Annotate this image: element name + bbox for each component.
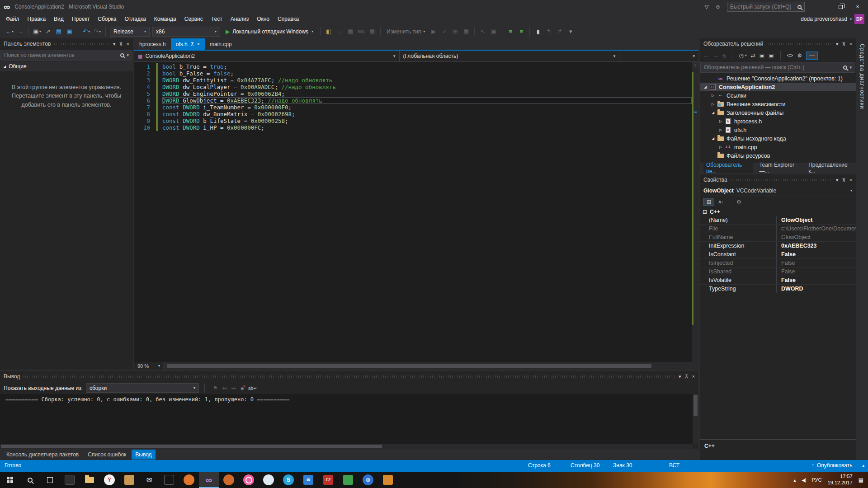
hidden-icons-button[interactable]: ▴ (794, 478, 796, 483)
tool-tab-Вывод[interactable]: Вывод (132, 450, 155, 460)
tool-tab-Список ошибок[interactable]: Список ошибок (84, 450, 130, 460)
menu-item[interactable]: Файл (2, 14, 24, 23)
property-value[interactable]: c:\Users\FlotherOne\Document (777, 225, 856, 233)
code-line-3[interactable]: 3DWORD dw_EntityList = 0x04A77AFC; //над… (134, 77, 692, 84)
redo-icon[interactable]: ↷▾ (92, 26, 102, 37)
window-position-icon[interactable]: ▾ (836, 177, 839, 183)
add-item-icon[interactable]: ↗ (43, 26, 53, 37)
filezilla-icon[interactable]: FZ (318, 472, 338, 488)
close-icon[interactable]: × (849, 177, 852, 183)
menu-item[interactable]: Тест (207, 14, 226, 23)
project-dropdown[interactable]: ▦ConsoleApplication2 ▾ (134, 51, 400, 61)
start-debugging-button[interactable]: ▶Локальный отладчик Windows▾ (222, 26, 317, 37)
expander-icon[interactable]: ▷ (717, 119, 724, 123)
globe-app-icon[interactable]: ⊕ (358, 472, 378, 488)
property-value[interactable]: False (777, 259, 856, 267)
messenger-app-icon[interactable] (259, 472, 278, 488)
window-position-icon[interactable]: ▾ (679, 374, 681, 380)
scrollbar-thumb[interactable] (167, 364, 651, 368)
tree-item[interactable]: ▷++main.cpp (700, 143, 856, 151)
close-icon[interactable]: × (849, 41, 852, 47)
increase-indent-icon[interactable]: ≡ (516, 26, 526, 37)
firefox-icon[interactable] (179, 472, 199, 488)
decrease-indent-icon[interactable]: ≡ (505, 26, 515, 37)
skype-icon[interactable]: S (278, 472, 298, 488)
menu-item[interactable]: Сервис (180, 14, 207, 23)
navigate-forward-icon[interactable]: → (15, 26, 25, 37)
editor-horizontal-scrollbar[interactable] (166, 362, 698, 370)
next-message-icon[interactable]: ↦ (231, 385, 236, 391)
volume-icon[interactable]: ◀) (802, 478, 806, 483)
taskbar-clock[interactable]: 17:57 19.12.2017 (828, 474, 853, 486)
tree-item[interactable]: ∞Решение "ConsoleApplication2" (проектов… (700, 74, 856, 83)
code-line-4[interactable]: 4DWORD dw_LocalPlayer = 0x00A9ADEC; //на… (134, 84, 692, 90)
window-position-icon[interactable]: ▾ (113, 41, 116, 47)
profiler-icon[interactable]: ◧ (324, 26, 334, 37)
code-line-1[interactable]: 1bool b_True = true; (134, 63, 692, 70)
platform-select[interactable]: x86▾ (152, 27, 220, 37)
menu-item[interactable]: Сборка (94, 14, 120, 23)
osu-icon[interactable] (239, 472, 259, 488)
view-code-icon[interactable]: <> (787, 52, 793, 59)
property-value[interactable]: GlowObject (777, 233, 856, 241)
minimize-button[interactable]: — (816, 1, 831, 13)
publish-button[interactable]: ↑ Опубликовать ▴ (811, 462, 864, 469)
taskbar-search-button[interactable] (20, 472, 40, 488)
file-explorer-icon[interactable] (80, 472, 99, 488)
bookmark-icon[interactable]: ▮ (533, 26, 543, 37)
split-handle-icon[interactable]: ↕ (692, 62, 698, 68)
navigate-backward-icon[interactable]: ←▾ (5, 26, 14, 37)
tree-item[interactable]: ▷▪▪Ссылки (700, 91, 856, 100)
word-wrap-icon[interactable]: ab↵ (248, 385, 257, 391)
save-icon[interactable]: ▤ (54, 26, 64, 37)
expander-icon[interactable]: ◢ (709, 136, 717, 141)
change-type-dropdown[interactable]: Изменить тип▾ (384, 28, 428, 35)
property-value[interactable]: DWORD (777, 285, 856, 293)
code-line-10[interactable]: 10const DWORD i_HP = 0x000000FC; (134, 124, 692, 131)
expander-icon[interactable]: ▷ (709, 102, 717, 106)
member-dropdown[interactable]: ▾ (619, 51, 698, 61)
menu-item[interactable]: Отладка (120, 14, 150, 23)
message-flag-icon[interactable]: ⚑ (213, 385, 218, 391)
code-line-6[interactable]: 6DWORD GlowObject = 0xAEBEC323; //надо о… (134, 97, 692, 104)
panel-tab[interactable]: Представление к... (808, 162, 852, 174)
close-icon[interactable]: × (197, 42, 200, 47)
properties-category[interactable]: ⊟ C++ (700, 208, 856, 216)
close-button[interactable]: × (850, 1, 865, 13)
prev-message-icon[interactable]: ↤ (222, 385, 227, 391)
output-horizontal-scrollbar[interactable] (0, 444, 693, 449)
menu-item[interactable]: Проект (68, 14, 94, 23)
tab-main.cpp[interactable]: main.cpp (205, 38, 237, 50)
expander-icon[interactable]: ▷ (709, 94, 717, 98)
property-pages-icon[interactable]: ⚙ (736, 199, 741, 205)
next-bookmark-icon[interactable]: ↱ (555, 26, 565, 37)
select-cursor-icon[interactable]: ↖ (478, 26, 488, 37)
categorized-icon[interactable]: ⊞ (703, 198, 714, 206)
architecture-icon[interactable]: □ (335, 26, 344, 37)
save-all-icon[interactable]: ▣ (65, 26, 75, 37)
orange-app-icon[interactable] (219, 472, 239, 488)
code-area[interactable]: 1bool b_True = true;2bool b_False = fals… (134, 62, 698, 362)
property-value[interactable]: 0xAEBEC323 (777, 242, 856, 250)
menu-item[interactable]: Анализ (226, 14, 253, 23)
property-value[interactable]: False (777, 276, 856, 284)
panel-tab[interactable]: Team Explorer —... (760, 162, 802, 174)
output-vertical-scrollbar[interactable] (693, 394, 698, 444)
expander-icon[interactable]: ◢ (702, 85, 709, 89)
copy-structure-icon[interactable]: ▣ (489, 26, 499, 37)
avatar[interactable]: DP (854, 14, 864, 24)
tree-item[interactable]: ▷hofs.h (700, 126, 856, 134)
tab-hprocess.h[interactable]: hprocess.h (134, 38, 171, 50)
task-view-button[interactable] (40, 472, 60, 488)
properties-object-dropdown[interactable]: GlowObjectVCCodeVariable ▾ (700, 185, 856, 196)
output-content[interactable]: ========== Сборка: успешно: 0, с ошибкам… (0, 394, 698, 444)
yandex-browser-icon[interactable]: Y (99, 472, 119, 488)
solution-search-input[interactable]: Обозреватель решений — поиск (Ctrl+;) ▾ (700, 62, 855, 73)
tool-tab-Консоль диспетчера пакетов[interactable]: Консоль диспетчера пакетов (3, 450, 82, 460)
code-line-5[interactable]: 5DWORD dw_EnginePointer = 0x006062B4; (134, 90, 692, 97)
add-table-icon[interactable]: ▦ (461, 26, 471, 37)
window-position-icon[interactable]: ▾ (836, 41, 839, 47)
configuration-select[interactable]: Release▾ (110, 27, 150, 37)
tree-item[interactable]: ◢Файлы исходного кода (700, 134, 856, 143)
email-blue-app-icon[interactable]: ✉ (298, 472, 318, 488)
